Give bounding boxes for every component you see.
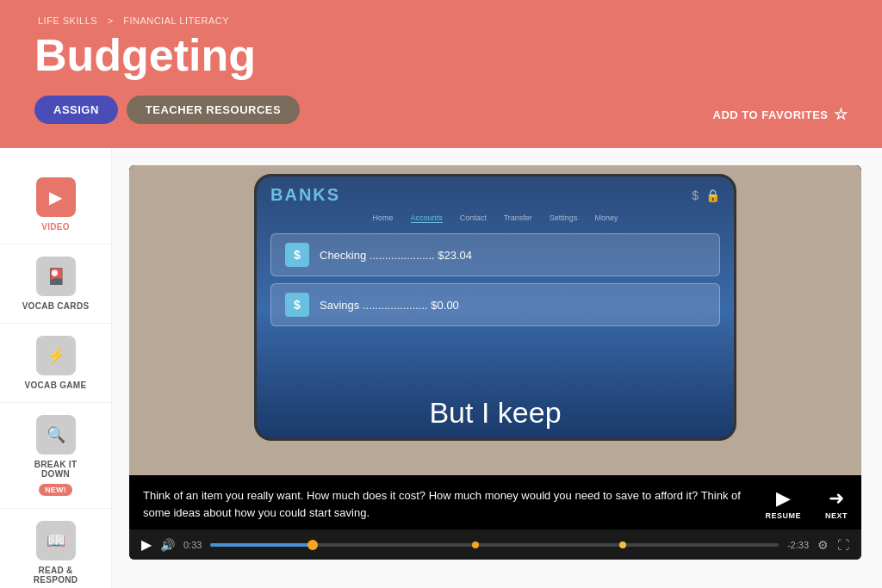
resume-label: RESUME	[765, 511, 801, 520]
sidebar-item-read-respond[interactable]: 📖 READ &RESPOND	[0, 509, 111, 588]
breadcrumb: LIFE SKILLS > FINANCIAL LITERACY	[34, 15, 848, 26]
book-icon: 📖	[47, 531, 65, 550]
caption-bar: Think of an item you really want. How mu…	[129, 475, 861, 529]
sidebar: ▶ VIDEO 🎴 VOCAB CARDS ⚡ VOCAB GAME 🔍 BRE…	[0, 148, 112, 588]
dollar-icon: $	[692, 189, 699, 202]
savings-icon: $	[285, 293, 309, 317]
bank-nav: Home Accounts Contact Transfer Settings …	[373, 214, 618, 223]
nav-settings: Settings	[550, 214, 578, 223]
progress-filled	[210, 543, 313, 547]
nav-transfer: Transfer	[504, 214, 532, 223]
teacher-resources-button[interactable]: TEACHER RESOURCES	[127, 96, 300, 124]
nav-home: Home	[373, 214, 394, 223]
breadcrumb-part2: FINANCIAL LITERACY	[123, 15, 229, 26]
tablet-screen: BANKS $ 🔒 Home Accounts Contact Transfer	[257, 176, 734, 438]
tablet-frame: BANKS $ 🔒 Home Accounts Contact Transfer	[254, 174, 736, 441]
new-badge: NEW!	[39, 484, 72, 496]
breadcrumb-part1: LIFE SKILLS	[38, 15, 97, 26]
video-screen: BANKS $ 🔒 Home Accounts Contact Transfer	[129, 165, 861, 475]
sidebar-label-vocab-cards: VOCAB CARDS	[22, 301, 90, 311]
video-container: BANKS $ 🔒 Home Accounts Contact Transfer	[129, 165, 861, 560]
sidebar-item-break-it-down[interactable]: 🔍 BREAK ITDOWN NEW!	[0, 403, 111, 509]
hero-section: LIFE SKILLS > FINANCIAL LITERACY Budgeti…	[0, 0, 882, 148]
sidebar-item-video[interactable]: ▶ VIDEO	[0, 165, 111, 244]
play-icon: ▶	[49, 187, 62, 207]
add-favorites-button[interactable]: ADD TO FAVORITES ☆	[713, 105, 848, 124]
video-icon-wrap: ▶	[36, 177, 76, 217]
marker-2	[619, 542, 626, 548]
progress-thumb	[307, 540, 318, 550]
marker-1	[472, 542, 479, 548]
caption-text: Think of an item you really want. How mu…	[143, 487, 748, 521]
star-icon: ☆	[834, 105, 848, 124]
cards-icon: 🎴	[47, 267, 65, 286]
lock-icon: 🔒	[705, 189, 720, 202]
lightning-icon: ⚡	[47, 346, 65, 365]
caption-buttons: ▶ RESUME ➜ NEXT	[765, 487, 848, 520]
vocab-cards-icon-wrap: 🎴	[36, 257, 76, 296]
fullscreen-icon[interactable]: ⛶	[837, 538, 849, 552]
checking-icon: $	[285, 243, 309, 267]
resume-icon: ▶	[776, 487, 791, 510]
volume-button[interactable]: 🔊	[160, 538, 175, 552]
content-area: BANKS $ 🔒 Home Accounts Contact Transfer	[112, 148, 882, 588]
vocab-game-icon-wrap: ⚡	[36, 336, 76, 375]
read-respond-icon-wrap: 📖	[36, 521, 76, 560]
bank-header: BANKS $ 🔒	[270, 185, 720, 205]
savings-row: $ Savings ..................... $0.00	[270, 283, 720, 326]
bank-title: BANKS	[270, 185, 340, 205]
resume-button[interactable]: ▶ RESUME	[765, 487, 801, 520]
play-pause-button[interactable]: ▶	[141, 536, 152, 553]
remaining-time: -2:33	[787, 540, 809, 550]
sidebar-label-read-respond: READ &RESPOND	[34, 566, 78, 585]
assign-button[interactable]: ASSIGN	[34, 96, 118, 124]
sidebar-item-vocab-game[interactable]: ⚡ VOCAB GAME	[0, 324, 111, 403]
page-title: Budgeting	[34, 31, 848, 80]
sidebar-label-video: VIDEO	[41, 222, 70, 232]
search-icon: 🔍	[47, 425, 65, 444]
sidebar-label-break-it-down: BREAK ITDOWN	[34, 460, 78, 479]
breadcrumb-separator: >	[108, 15, 114, 26]
nav-contact: Contact	[460, 214, 487, 223]
savings-text: Savings ..................... $0.00	[320, 299, 705, 312]
next-icon: ➜	[829, 487, 844, 510]
sidebar-label-vocab-game: VOCAB GAME	[25, 381, 87, 390]
break-it-down-icon-wrap: 🔍	[36, 415, 76, 455]
video-controls: ▶ 🔊 0:33 -2:33 ⚙ ⛶	[129, 529, 861, 560]
next-button[interactable]: ➜ NEXT	[825, 487, 848, 520]
video-subtitle: But I keep	[257, 396, 734, 430]
main-layout: ▶ VIDEO 🎴 VOCAB CARDS ⚡ VOCAB GAME 🔍 BRE…	[0, 148, 882, 588]
checking-row: $ Checking ..................... $23.04	[270, 233, 720, 276]
nav-money: Money	[594, 214, 618, 223]
current-time: 0:33	[183, 540, 202, 550]
sidebar-item-vocab-cards[interactable]: 🎴 VOCAB CARDS	[0, 244, 111, 324]
bank-icons: $ 🔒	[692, 189, 720, 202]
next-label: NEXT	[825, 511, 848, 520]
progress-bar[interactable]	[210, 543, 779, 547]
checking-text: Checking ..................... $23.04	[320, 249, 705, 262]
nav-accounts: Accounts	[411, 214, 443, 223]
settings-icon[interactable]: ⚙	[817, 538, 829, 552]
add-favorites-label: ADD TO FAVORITES	[713, 108, 829, 121]
